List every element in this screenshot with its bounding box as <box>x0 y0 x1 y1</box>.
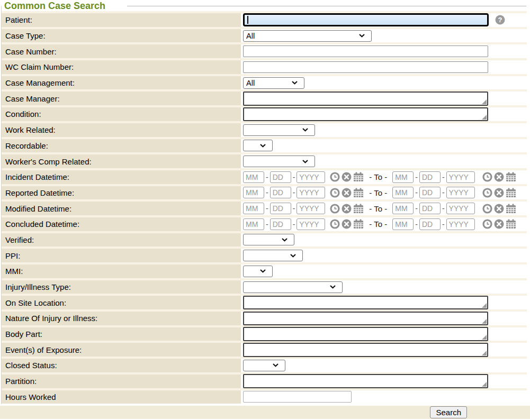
row-closed-status: Closed Status: <box>2 357 527 372</box>
incident-to-day-input[interactable] <box>419 171 441 183</box>
calendar-icon[interactable] <box>506 188 516 198</box>
resize-grip-icon[interactable] <box>482 351 487 355</box>
partition-textarea[interactable] <box>243 374 488 388</box>
time-picker-icon[interactable] <box>330 188 340 198</box>
concluded-from-year-input[interactable] <box>297 218 325 230</box>
partition-label: Partition: <box>5 377 37 386</box>
body-part-label: Body Part: <box>5 330 42 339</box>
calendar-icon[interactable] <box>353 188 364 198</box>
clear-icon[interactable] <box>342 188 352 198</box>
concluded-to-year-input[interactable] <box>446 218 475 230</box>
calendar-icon[interactable] <box>353 219 364 229</box>
modified-from-day-input[interactable] <box>270 203 291 214</box>
mmi-label: MMI: <box>5 267 23 276</box>
verified-select[interactable] <box>243 234 294 245</box>
time-picker-icon[interactable] <box>482 188 492 198</box>
wc-claim-number-label: WC Claim Number: <box>5 62 74 71</box>
time-picker-icon[interactable] <box>482 172 492 182</box>
calendar-icon[interactable] <box>506 219 516 229</box>
concluded-from-month-input[interactable] <box>243 218 264 230</box>
clear-icon[interactable] <box>494 204 504 214</box>
modified-from-year-input[interactable] <box>297 203 325 214</box>
time-picker-icon[interactable] <box>482 204 492 214</box>
mmi-select[interactable] <box>243 266 273 277</box>
resize-grip-icon[interactable] <box>482 382 487 387</box>
calendar-icon[interactable] <box>506 204 516 214</box>
resize-grip-icon[interactable] <box>482 99 487 104</box>
modified-datetime-label: Modified Datetime: <box>5 204 71 213</box>
case-manager-textarea[interactable] <box>243 92 488 106</box>
concluded-to-month-input[interactable] <box>392 218 414 230</box>
reported-to-month-input[interactable] <box>392 187 414 198</box>
nature-of-injury-label: Nature Of Injury or Illness: <box>5 314 97 323</box>
reported-from-year-input[interactable] <box>297 187 325 198</box>
time-picker-icon[interactable] <box>330 219 340 229</box>
time-picker-icon[interactable] <box>330 204 340 214</box>
injury-illness-type-select[interactable] <box>243 281 343 293</box>
condition-textarea[interactable] <box>243 107 488 122</box>
calendar-icon[interactable] <box>353 172 364 182</box>
help-icon[interactable]: ? <box>495 15 505 25</box>
incident-from-year-input[interactable] <box>297 171 325 183</box>
clear-icon[interactable] <box>342 204 352 214</box>
to-label: - To - <box>369 188 387 197</box>
calendar-icon[interactable] <box>353 204 364 214</box>
wc-claim-number-input[interactable] <box>243 61 488 73</box>
hours-worked-input[interactable] <box>243 391 352 403</box>
recordable-label: Recordable: <box>5 141 48 150</box>
reported-to-year-input[interactable] <box>446 187 475 198</box>
reported-from-month-input[interactable] <box>243 187 264 198</box>
modified-to-day-input[interactable] <box>419 203 441 214</box>
chevron-down-icon <box>302 128 308 132</box>
resize-grip-icon[interactable] <box>482 303 487 308</box>
time-picker-icon[interactable] <box>482 219 492 229</box>
resize-grip-icon[interactable] <box>482 335 487 340</box>
reported-datetime-label: Reported Datetime: <box>5 188 74 197</box>
clear-icon[interactable] <box>342 219 352 229</box>
clear-icon[interactable] <box>494 219 504 229</box>
reported-to-day-input[interactable] <box>419 187 441 198</box>
row-body-part: Body Part: <box>2 325 527 341</box>
modified-to-month-input[interactable] <box>392 203 414 214</box>
case-type-select[interactable]: All <box>243 30 372 42</box>
incident-to-year-input[interactable] <box>446 171 475 183</box>
clear-icon[interactable] <box>494 188 504 198</box>
ppi-select[interactable] <box>243 250 303 261</box>
concluded-datetime-label: Concluded Datetime: <box>5 220 79 229</box>
patient-input[interactable] <box>243 13 489 26</box>
resize-grip-icon[interactable] <box>482 115 487 120</box>
row-case-manager: Case Manager: <box>2 89 527 105</box>
reported-from-day-input[interactable] <box>270 187 291 198</box>
incident-to-month-input[interactable] <box>392 171 414 183</box>
row-recordable: Recordable: <box>2 137 527 153</box>
recordable-select[interactable] <box>243 140 273 151</box>
resize-grip-icon[interactable] <box>482 319 487 324</box>
events-of-exposure-textarea[interactable] <box>243 343 488 357</box>
clear-icon[interactable] <box>494 172 504 182</box>
body-part-textarea[interactable] <box>243 327 488 341</box>
concluded-from-day-input[interactable] <box>270 218 291 230</box>
row-verified: Verified: <box>2 231 527 247</box>
time-picker-icon[interactable] <box>330 172 340 182</box>
case-management-select[interactable]: All <box>243 77 304 89</box>
modified-to-year-input[interactable] <box>446 203 475 214</box>
case-number-label: Case Number: <box>5 47 57 56</box>
nature-of-injury-textarea[interactable] <box>243 312 488 326</box>
on-site-location-textarea[interactable] <box>243 296 488 310</box>
incident-from-day-input[interactable] <box>270 171 291 183</box>
workers-comp-related-select[interactable] <box>243 156 315 167</box>
case-number-input[interactable] <box>243 45 488 57</box>
row-concluded-datetime: Concluded Datetime: - - - To - - - <box>2 215 527 231</box>
row-on-site-location: On Site Location: <box>2 294 527 309</box>
row-patient: Patient: ? <box>2 11 527 27</box>
row-workers-comp-related: Worker's Comp Related: <box>2 152 527 168</box>
incident-from-month-input[interactable] <box>243 171 264 183</box>
closed-status-select[interactable] <box>243 360 285 371</box>
concluded-to-day-input[interactable] <box>419 218 441 230</box>
modified-from-month-input[interactable] <box>243 203 264 214</box>
clear-icon[interactable] <box>342 172 352 182</box>
work-related-select[interactable] <box>243 124 315 136</box>
calendar-icon[interactable] <box>506 172 516 182</box>
search-button[interactable]: Search <box>430 406 467 418</box>
row-condition: Condition: <box>2 105 527 121</box>
